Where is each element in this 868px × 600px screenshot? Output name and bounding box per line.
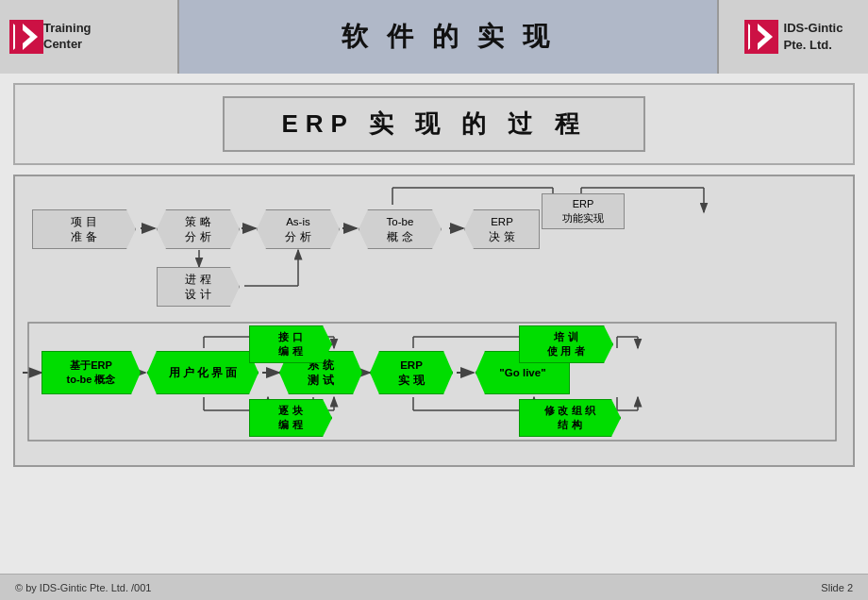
center-label: Center xyxy=(43,37,92,53)
box-tobe: To-be概 念 xyxy=(359,209,442,249)
ids-gintic-logo xyxy=(744,20,778,54)
box-erpshixian: ERP实 现 xyxy=(370,351,453,394)
box-asis: As-is分 析 xyxy=(257,209,340,249)
box-yonghuhua: 用 户 化 界 面 xyxy=(147,351,259,394)
training-center-logo xyxy=(9,20,43,54)
box-erp-gongneng: ERP功能实现 xyxy=(542,193,625,229)
header-left: Training Center xyxy=(0,0,179,74)
box-zhukuai: 逐 块编 程 xyxy=(249,399,332,437)
header-right: IDS-Gintic Pte. Ltd. xyxy=(717,0,868,74)
box-erpjuece: ERP决 策 xyxy=(464,209,540,249)
main-content: ERP 实 现 的 过 程 xyxy=(0,74,868,574)
box-peixun: 培 训使 用 者 xyxy=(519,325,613,363)
box-jiekou: 接 口编 程 xyxy=(249,325,332,363)
header-title: 软 件 的 实 现 xyxy=(179,0,717,74)
footer-right: Slide 2 xyxy=(821,582,853,593)
footer: © by IDS-Gintic Pte. Ltd. /001 Slide 2 xyxy=(0,574,868,600)
erp-title-section: ERP 实 现 的 过 程 xyxy=(13,83,855,165)
erp-title-box: ERP 实 现 的 过 程 xyxy=(223,96,644,152)
ids-label: IDS-Gintic xyxy=(784,20,843,37)
erp-process-title: ERP 实 现 的 过 程 xyxy=(281,109,586,138)
box-xiugai: 修 改 组 织结 构 xyxy=(519,399,621,437)
training-center-label: Training Center xyxy=(43,21,92,53)
footer-left: © by IDS-Gintic Pte. Ltd. /001 xyxy=(15,582,151,593)
pte-label: Pte. Ltd. xyxy=(784,37,843,54)
box-xiangmu: 项 目准 备 xyxy=(32,209,136,249)
box-celue: 策 略分 析 xyxy=(157,209,240,249)
header: Training Center 软 件 的 实 现 IDS-Gintic Pte… xyxy=(0,0,868,74)
box-jincheng: 进 程设 计 xyxy=(157,267,240,307)
slide-title: 软 件 的 实 现 xyxy=(342,19,554,55)
training-label: Training xyxy=(43,21,92,37)
ids-gintic-label: IDS-Gintic Pte. Ltd. xyxy=(784,20,843,54)
box-jiyuerp: 基于ERPto-be 概念 xyxy=(42,351,141,394)
diagram-container: 项 目准 备 策 略分 析 As-is分 析 To-be概 念 ERP决 策 E… xyxy=(13,175,855,467)
